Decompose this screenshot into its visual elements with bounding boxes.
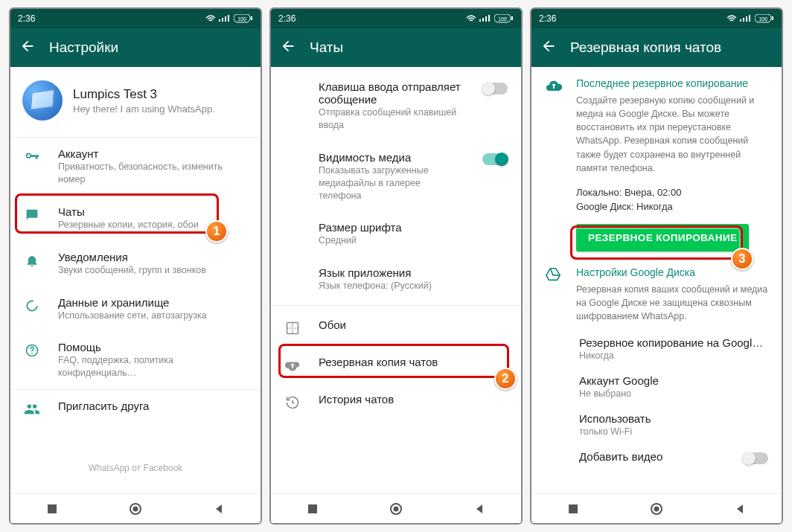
item-sub: Средний [319,234,508,247]
settings-content: Lumpics Test 3 Hey there! I am using Wha… [10,67,261,493]
nav-home-icon[interactable] [389,502,403,516]
status-time: 2:36 [278,13,296,24]
status-bar: 2:36 100 [271,9,521,28]
svg-rect-2 [225,16,226,22]
cloud-upload-icon [284,357,301,374]
section-title: Настройки Google Диска [576,266,768,278]
nav-home-icon[interactable] [650,502,663,516]
status-icons: 100 [466,14,514,23]
item-sub: только Wi-Fi [579,426,768,438]
item-title: Аккаунт Google [579,374,768,387]
signal-icon [740,15,752,22]
status-bar: 2:36 100 [10,9,261,28]
settings-item-data[interactable]: Данные и хранилище Использование сети, а… [10,286,261,332]
svg-point-9 [31,353,33,355]
toggle-media-visibility[interactable] [482,153,508,165]
settings-item-chats[interactable]: Чаты Резервные копии, история, обои [10,196,261,241]
row-gd-include-video[interactable]: Добавить видео [531,444,782,470]
settings-item-account[interactable]: Аккаунт Приватность, безопасность, измен… [10,138,261,196]
svg-rect-31 [569,504,578,513]
battery-icon: 100 [494,14,514,23]
settings-item-invite[interactable]: Пригласить друга [10,390,261,427]
status-time: 2:36 [539,13,556,24]
item-title: Клавиша ввода отправляет сообщение [319,80,464,106]
toggle-enter-sends[interactable] [482,83,508,94]
help-icon [24,342,40,359]
local-backup-line: Локально: Вчера, 02:00 [576,187,768,198]
history-icon [284,394,301,411]
profile-name: Lumpics Test 3 [73,87,215,102]
row-media-visibility[interactable]: Видимость медиа Показывать загруженные м… [271,141,521,212]
gdrive-backup-line: Google Диск: Никогда [576,201,768,212]
row-font-size[interactable]: Размер шрифта Средний [271,211,521,257]
battery-icon: 100 [234,14,253,23]
item-sub: Не выбрано [579,388,768,400]
row-enter-sends[interactable]: Клавиша ввода отправляет сообщение Отпра… [271,67,521,141]
people-icon [24,401,40,417]
footer-text: WhatsApp от Facebook [10,463,261,473]
bell-icon [24,252,40,269]
row-app-language[interactable]: Язык приложения Язык телефона: (Русский) [271,257,521,302]
profile-status: Hey there! I am using WhatsApp. [73,103,215,115]
google-drive-icon [545,266,561,286]
wifi-icon [466,15,476,22]
app-bar: Резервная копия чатов [531,28,782,67]
back-icon[interactable] [19,38,36,57]
phone-settings: 2:36 100 Настройки Lumpics Test 3 Hey th… [9,7,262,525]
svg-point-12 [132,506,138,511]
svg-rect-27 [749,15,750,22]
item-sub: Приватность, безопасность, изменить номе… [58,161,247,186]
page-title: Настройки [49,39,118,56]
backup-now-button[interactable]: РЕЗЕРВНОЕ КОПИРОВАНИЕ [576,224,749,251]
settings-item-notifications[interactable]: Уведомления Звуки сообщений, групп и зво… [10,241,261,286]
item-sub: Показывать загруженные медиафайлы в гале… [319,164,464,202]
row-gd-account[interactable]: Аккаунт Google Не выбрано [531,368,782,406]
svg-point-23 [393,506,398,511]
signal-icon [219,15,231,22]
profile-row[interactable]: Lumpics Test 3 Hey there! I am using Wha… [10,67,261,138]
svg-text:100: 100 [498,16,507,22]
item-sub: Язык телефона: (Русский) [319,280,508,292]
nav-back-icon[interactable] [473,503,485,515]
backup-content: Последнее резервное копирование Создайте… [531,67,782,493]
item-sub: Звуки сообщений, групп и звонков [58,264,247,277]
nav-recent-icon[interactable] [567,503,579,515]
row-gd-network[interactable]: Использовать только Wi-Fi [531,406,782,444]
nav-home-icon[interactable] [129,502,142,516]
svg-point-33 [654,506,659,511]
signal-icon [479,15,491,22]
nav-back-icon[interactable] [734,503,746,515]
status-bar: 2:36 100 [531,9,782,28]
settings-item-help[interactable]: Помощь FAQ, поддержка, политика конфиден… [10,331,261,390]
wifi-icon [205,15,216,22]
row-wallpaper[interactable]: Обои [271,309,521,346]
item-sub: Отправка сообщений клавишей ввода [319,106,464,132]
nav-back-icon[interactable] [213,503,225,515]
phone-chats: 2:36 100 Чаты Клавиша ввода отправляет с… [269,7,523,525]
toggle-include-video[interactable] [743,452,768,464]
chats-content: Клавиша ввода отправляет сообщение Отпра… [271,67,521,493]
back-icon[interactable] [280,38,296,57]
page-title: Резервная копия чатов [570,39,721,56]
item-title: Использовать [579,412,768,425]
app-bar: Настройки [10,28,261,67]
svg-rect-26 [746,16,747,22]
item-sub: Использование сети, автозагрузка [58,310,247,322]
row-chat-backup[interactable]: Резервная копия чатов [271,346,521,383]
item-title: Пригласить друга [58,400,247,412]
battery-icon: 100 [755,14,774,23]
nav-recent-icon[interactable] [307,503,319,515]
nav-recent-icon[interactable] [46,503,58,515]
row-chat-history[interactable]: История чатов [271,383,521,420]
item-title: Помощь [58,341,247,353]
row-gd-frequency[interactable]: Резервное копирование на Google… Никогда [531,330,782,368]
back-icon[interactable] [540,38,557,57]
item-title: Резервное копирование на Google… [579,336,768,349]
last-backup-section: Последнее резервное копирование Создайте… [531,67,782,259]
svg-text:100: 100 [759,16,767,22]
svg-rect-1 [222,18,223,22]
section-title: Последнее резервное копирование [576,77,768,89]
item-title: Добавить видео [579,450,725,463]
section-desc: Создайте резервную копию сообщений и мед… [576,94,768,175]
divider [271,305,521,306]
